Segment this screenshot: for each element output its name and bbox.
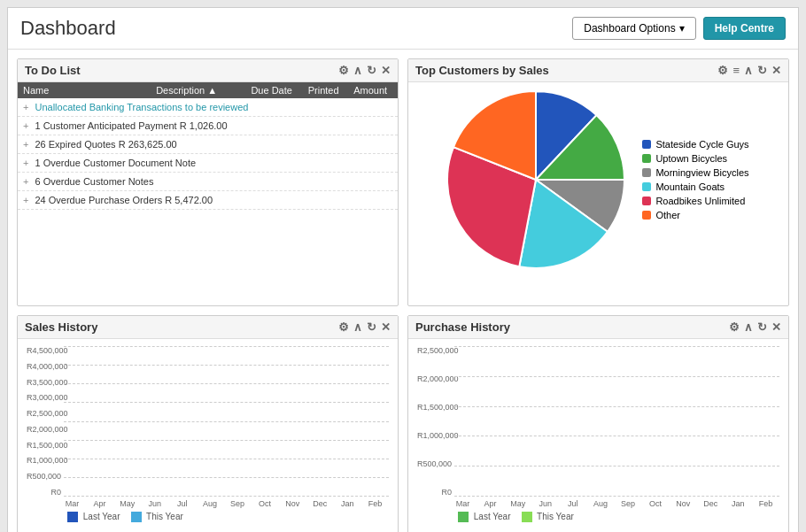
customers-close-icon[interactable]: ✕ [771,64,781,77]
customers-gear-icon[interactable]: ⚙ [717,64,728,77]
legend-label: Stateside Cycle Guys [655,139,748,150]
x-axis-label: Jul [168,499,196,508]
sales-x-labels: MarAprMayJunJulAugSepOctNovDecJanFeb [27,499,389,508]
todo-item-link[interactable]: Unallocated Banking Transactions to be r… [35,102,248,112]
purchase-bars [454,346,779,497]
todo-plus-icon: + [23,195,31,205]
sales-close-icon[interactable]: ✕ [381,320,391,334]
col-due-date: Due Date [245,82,302,98]
purchase-refresh-icon[interactable]: ↻ [757,320,767,334]
x-axis-label: Dec [697,499,725,508]
dropdown-arrow-icon: ▾ [679,22,685,35]
todo-row: + 1 Customer Anticipated Payment R 1,026… [18,117,398,135]
x-axis-label: May [113,499,141,508]
purchase-this-year-legend: This Year [522,512,574,522]
y-axis-label: R1,000,000 [27,456,61,465]
sales-this-year-color [131,512,142,522]
legend-color-dot [642,182,651,191]
dashboard-options-label: Dashboard Options [584,22,675,35]
purchase-gear-icon[interactable]: ⚙ [729,320,740,334]
purchase-last-year-legend: Last Year [458,512,511,522]
y-axis-label: R3,500,000 [27,378,61,387]
sales-last-year-label: Last Year [83,512,120,521]
todo-refresh-icon[interactable]: ↻ [367,64,376,77]
purchase-close-icon[interactable]: ✕ [771,320,781,334]
sales-history-title: Sales History [25,320,97,334]
help-centre-button[interactable]: Help Centre [703,17,786,40]
page-title: Dashboard [20,17,116,40]
x-axis-label: Nov [670,499,697,508]
x-axis-label: Apr [86,499,113,508]
todo-row: + Unallocated Banking Transactions to be… [18,98,398,117]
purchase-history-widget: Purchase History ⚙ ∧ ↻ ✕ R2,500,000R2,00… [407,315,789,532]
x-axis-label: Feb [752,499,779,508]
x-axis-label: Jan [725,499,752,508]
x-axis-label: Feb [361,499,389,508]
sales-last-year-legend: Last Year [67,512,120,522]
todo-row: + 6 Overdue Customer Notes [18,173,398,191]
x-axis-label: Apr [477,499,504,508]
customers-up-icon[interactable]: ∧ [744,64,753,77]
col-printed: Printed [303,82,348,98]
todo-widget: To Do List ⚙ ∧ ↻ ✕ Name Description ▲ Du… [17,58,399,306]
y-axis-label: R0 [27,488,61,497]
dashboard-options-button[interactable]: Dashboard Options ▾ [572,17,695,40]
sales-y-axis: R4,500,000R4,000,000R3,500,000R3,000,000… [27,346,64,497]
todo-table: Name Description ▲ Due Date Printed Amou… [18,82,398,98]
top-customers-controls: ⚙ ≡ ∧ ↻ ✕ [717,64,781,77]
purchase-full-chart: R2,500,000R2,000,000R1,500,000R1,000,000… [417,346,779,497]
header-actions: Dashboard Options ▾ Help Centre [572,17,786,40]
pie-legend: Stateside Cycle GuysUptown BicyclesMorni… [642,139,748,220]
y-axis-label: R0 [417,488,452,497]
sales-controls: ⚙ ∧ ↻ ✕ [338,320,391,334]
sales-full-chart: R4,500,000R4,000,000R3,500,000R3,000,000… [27,346,389,497]
customers-list-icon[interactable]: ≡ [732,64,740,77]
purchase-last-year-label: Last Year [474,512,511,521]
top-customers-widget: Top Customers by Sales ⚙ ≡ ∧ ↻ ✕ Statesi… [407,58,789,306]
customers-refresh-icon[interactable]: ↻ [757,64,767,77]
y-axis-label: R2,500,000 [417,346,452,355]
purchase-this-year-color [522,512,532,522]
x-axis-label: Aug [586,499,614,508]
sales-up-icon[interactable]: ∧ [353,320,362,334]
todo-row: + 24 Overdue Purchase Orders R 5,472.00 [18,191,398,210]
help-centre-label: Help Centre [715,22,774,35]
sales-history-header: Sales History ⚙ ∧ ↻ ✕ [18,316,398,339]
purchase-chart-area: R2,500,000R2,000,000R1,500,000R1,000,000… [408,339,788,531]
col-amount: Amount [348,82,398,98]
todo-close-icon[interactable]: ✕ [381,64,391,77]
sales-gear-icon[interactable]: ⚙ [338,320,349,334]
y-axis-label: R4,500,000 [27,346,61,355]
sales-bars [64,346,389,497]
x-axis-label: Dec [306,499,334,508]
x-axis-label: Oct [642,499,670,508]
sales-refresh-icon[interactable]: ↻ [367,320,376,334]
x-axis-label: Jan [334,499,361,508]
x-axis-label: Sep [614,499,641,508]
legend-color-dot [642,197,651,205]
y-axis-label: R1,500,000 [417,403,452,412]
todo-gear-icon[interactable]: ⚙ [338,64,349,77]
todo-scroll-area[interactable]: + Unallocated Banking Transactions to be… [18,98,398,210]
legend-color-dot [642,211,651,220]
x-axis-label: Mar [58,499,86,508]
purchase-up-icon[interactable]: ∧ [744,320,753,334]
legend-color-dot [642,168,651,177]
todo-up-icon[interactable]: ∧ [353,64,362,77]
col-description: Description ▲ [151,82,245,98]
purchase-y-axis: R2,500,000R2,000,000R1,500,000R1,000,000… [417,346,454,497]
sales-this-year-legend: This Year [131,512,183,522]
main-container: Dashboard Dashboard Options ▾ Help Centr… [7,7,799,532]
sales-this-year-label: This Year [146,512,183,521]
purchase-history-header: Purchase History ⚙ ∧ ↻ ✕ [408,316,788,339]
todo-items-table: + Unallocated Banking Transactions to be… [18,98,398,210]
todo-widget-header: To Do List ⚙ ∧ ↻ ✕ [18,59,398,82]
purchase-legend: Last Year This Year [417,508,779,528]
top-customers-header: Top Customers by Sales ⚙ ≡ ∧ ↻ ✕ [408,59,788,82]
sales-legend: Last Year This Year [27,508,389,528]
y-axis-label: R2,000,000 [27,425,61,434]
legend-label: Uptown Bicycles [655,153,727,164]
y-axis-label: R4,000,000 [27,362,61,371]
x-axis-label: Nov [279,499,306,508]
y-axis-label: R500,000 [27,472,61,481]
